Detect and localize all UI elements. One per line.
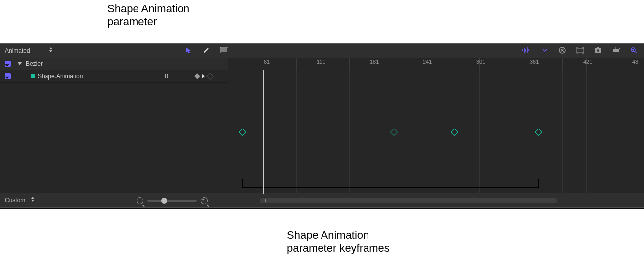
chevron-up-down-icon	[49, 47, 52, 52]
visibility-checkbox[interactable]	[5, 61, 11, 67]
zoom-out-icon[interactable]	[137, 197, 143, 204]
keyframe-point[interactable]	[239, 129, 247, 136]
parameter-group-row[interactable]: Bezier	[0, 58, 228, 70]
callout-bottom-line1: Shape Animation	[287, 229, 369, 241]
svg-rect-14	[613, 49, 619, 52]
keyframe-editor-toolbar: Animated	[0, 43, 644, 58]
svg-rect-1	[221, 48, 227, 52]
ruler-tick-label: 241	[423, 59, 432, 65]
keyframe-menu-chevron-icon[interactable]	[202, 74, 205, 78]
next-keyframe-icon[interactable]	[207, 73, 214, 80]
show-in-viewer-icon[interactable]	[611, 46, 620, 55]
ruler-tick-label: 48	[632, 59, 638, 65]
playhead[interactable]	[263, 70, 264, 194]
ruler-tick-label: 181	[370, 59, 379, 65]
svg-point-12	[597, 49, 599, 52]
parameter-row[interactable]: Shape.Animation 0	[0, 70, 228, 83]
interpolation-popup[interactable]: Custom	[5, 193, 34, 207]
chevron-up-down-icon	[31, 197, 34, 202]
keyframe-editor: Animated	[0, 43, 644, 208]
prev-keyframe-icon[interactable]	[194, 73, 200, 79]
scroll-grip-left-icon[interactable]	[263, 199, 266, 202]
parameter-filter-popup[interactable]: Animated	[5, 44, 52, 58]
parameter-name-label: Shape.Animation	[38, 70, 83, 82]
callout-bottom-line2: parameter keyframes	[287, 242, 390, 254]
svg-rect-10	[577, 48, 584, 52]
edit-tool-group	[184, 46, 229, 55]
callout-bracket-r	[538, 179, 539, 187]
keyframe-point[interactable]	[535, 129, 543, 136]
ruler-tick-label: 361	[530, 59, 539, 65]
keyframe-graph[interactable]: 61 121 181 241 301 361 421 48	[228, 58, 644, 194]
audio-waveform-icon[interactable]	[522, 46, 531, 55]
callout-top-line1: Shape Animation	[107, 2, 189, 15]
svg-line-15	[612, 48, 613, 50]
horizontal-scrollbar[interactable]	[260, 198, 557, 203]
keyframe-nav	[195, 70, 213, 82]
callout-top: Shape Animation parameter	[107, 2, 189, 28]
group-name-label: Bezier	[26, 58, 43, 70]
interpolation-label: Custom	[5, 197, 25, 204]
callout-bracket-l	[242, 179, 243, 187]
zoom-to-fit-icon[interactable]	[629, 46, 638, 55]
parameter-filter-label: Animated	[5, 47, 30, 54]
ruler-tick-label: 301	[476, 59, 485, 65]
chevron-down-icon[interactable]	[540, 46, 549, 55]
callout-top-line2: parameter	[107, 15, 157, 28]
view-tool-group	[522, 46, 638, 55]
callout-line-bottom	[391, 187, 391, 228]
keyframe-point[interactable]	[451, 129, 459, 136]
keyframe-editor-footer: Custom	[0, 193, 644, 208]
parameter-value[interactable]: 0	[165, 70, 168, 82]
zoom-knob[interactable]	[161, 198, 167, 204]
curve-color-chip	[31, 74, 35, 78]
ruler-tick-label: 121	[317, 59, 325, 65]
vertical-zoom-slider[interactable]	[137, 197, 208, 204]
ruler-tick-label: 61	[264, 59, 270, 65]
pencil-tool-icon[interactable]	[202, 46, 211, 55]
scroll-grip-right-icon[interactable]	[552, 199, 554, 202]
arrow-tool-icon[interactable]	[184, 46, 193, 55]
ruler-tick-label: 421	[583, 59, 592, 65]
visibility-checkbox[interactable]	[5, 73, 11, 79]
svg-line-21	[635, 51, 637, 53]
parameter-list: Bezier Shape.Animation 0	[0, 58, 228, 194]
disclosure-triangle-icon[interactable]	[18, 62, 22, 65]
svg-rect-13	[597, 47, 599, 49]
zoom-track[interactable]	[147, 200, 197, 202]
clear-curves-icon[interactable]	[558, 46, 567, 55]
snapshot-camera-icon[interactable]	[594, 46, 602, 55]
svg-line-16	[618, 48, 620, 50]
graph-area[interactable]	[228, 70, 644, 194]
time-ruler[interactable]: 61 121 181 241 301 361 421 48	[228, 58, 644, 70]
callout-bottom: Shape Animation parameter keyframes	[287, 229, 390, 255]
box-tool-icon[interactable]	[220, 46, 229, 55]
zoom-in-icon[interactable]	[201, 197, 208, 204]
keyframe-point[interactable]	[390, 129, 398, 136]
fit-curves-icon[interactable]	[576, 46, 585, 55]
